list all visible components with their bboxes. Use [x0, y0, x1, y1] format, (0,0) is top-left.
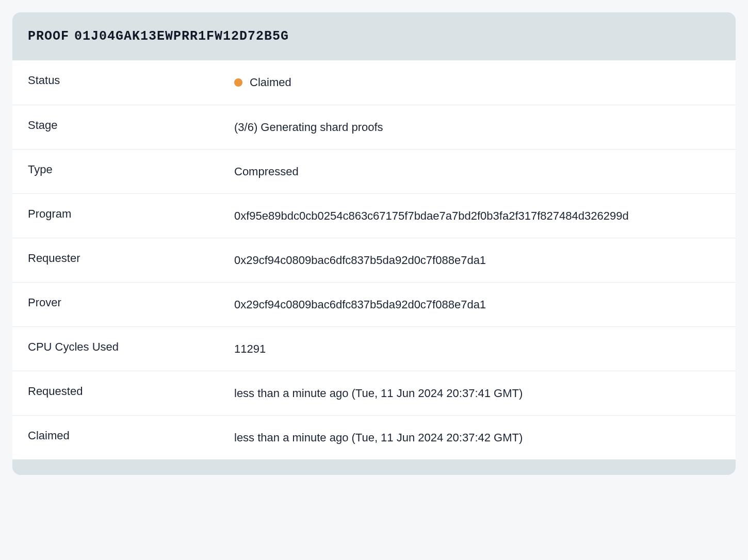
row-value: (3/6) Generating shard proofs — [234, 119, 720, 136]
row-stage: Stage (3/6) Generating shard proofs — [12, 105, 736, 150]
status-badge: Claimed — [234, 74, 291, 91]
row-claimed: Claimed less than a minute ago (Tue, 11 … — [12, 416, 736, 459]
row-value: 0x29cf94c0809bac6dfc837b5da92d0c7f088e7d… — [234, 296, 720, 313]
row-prover: Prover 0x29cf94c0809bac6dfc837b5da92d0c7… — [12, 283, 736, 327]
row-value: less than a minute ago (Tue, 11 Jun 2024… — [234, 429, 720, 446]
row-label: Program — [28, 207, 234, 221]
details-list: Status Claimed Stage (3/6) Generating sh… — [12, 60, 736, 459]
row-requester: Requester 0x29cf94c0809bac6dfc837b5da92d… — [12, 238, 736, 283]
row-value: 0xf95e89bdc0cb0254c863c67175f7bdae7a7bd2… — [234, 207, 720, 224]
row-value: Claimed — [234, 74, 720, 91]
row-label: CPU Cycles Used — [28, 340, 234, 354]
row-label: Prover — [28, 296, 234, 309]
proof-card: PROOF01J04GAK13EWPRR1FW12D72B5G Status C… — [12, 12, 736, 475]
row-value: 0x29cf94c0809bac6dfc837b5da92d0c7f088e7d… — [234, 252, 720, 269]
row-label: Status — [28, 74, 234, 87]
card-footer — [12, 459, 736, 475]
row-label: Requested — [28, 385, 234, 398]
row-cpu-cycles: CPU Cycles Used 11291 — [12, 327, 736, 371]
row-value: less than a minute ago (Tue, 11 Jun 2024… — [234, 385, 720, 402]
row-label: Requester — [28, 252, 234, 265]
row-type: Type Compressed — [12, 150, 736, 194]
status-text: Claimed — [250, 74, 291, 91]
title-id: 01J04GAK13EWPRR1FW12D72B5G — [74, 29, 289, 44]
card-header: PROOF01J04GAK13EWPRR1FW12D72B5G — [12, 12, 736, 60]
row-status: Status Claimed — [12, 60, 736, 105]
status-dot-icon — [234, 78, 242, 87]
row-value: Compressed — [234, 163, 720, 180]
row-program: Program 0xf95e89bdc0cb0254c863c67175f7bd… — [12, 194, 736, 238]
row-label: Type — [28, 163, 234, 176]
page-title: PROOF01J04GAK13EWPRR1FW12D72B5G — [28, 29, 720, 44]
title-label: PROOF — [28, 29, 69, 44]
row-value: 11291 — [234, 340, 720, 357]
row-label: Claimed — [28, 429, 234, 442]
row-requested: Requested less than a minute ago (Tue, 1… — [12, 371, 736, 416]
row-label: Stage — [28, 119, 234, 132]
